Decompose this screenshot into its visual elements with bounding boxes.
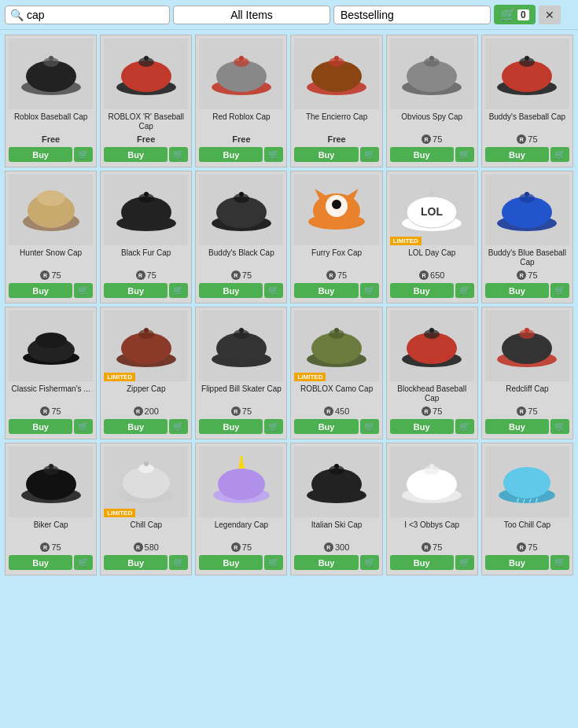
buy-button[interactable]: Buy <box>485 147 549 162</box>
buy-button[interactable]: Buy <box>390 283 454 298</box>
button-row: Buy🛒 <box>485 555 569 570</box>
add-to-cart-button[interactable]: 🛒 <box>264 147 283 162</box>
buy-button[interactable]: Buy <box>9 283 72 298</box>
robux-icon <box>517 134 526 144</box>
item-image <box>485 175 569 245</box>
price-free-label: Free <box>232 134 250 144</box>
buy-button[interactable]: Buy <box>294 419 358 434</box>
price-value: 200 <box>145 406 159 416</box>
add-to-cart-button[interactable]: 🛒 <box>550 283 569 298</box>
add-to-cart-button[interactable]: 🛒 <box>169 147 188 162</box>
buy-button[interactable]: Buy <box>199 419 263 434</box>
button-row: Buy🛒 <box>294 555 378 570</box>
item-name: Chill Cap <box>130 520 162 541</box>
item-name: Buddy's Black Cap <box>208 248 274 269</box>
svg-point-48 <box>525 192 529 197</box>
add-to-cart-button[interactable]: 🛒 <box>74 419 93 434</box>
buy-button[interactable]: Buy <box>390 555 454 570</box>
add-to-cart-button[interactable]: 🛒 <box>360 283 379 298</box>
add-to-cart-button[interactable]: 🛒 <box>74 147 93 162</box>
add-to-cart-button[interactable]: 🛒 <box>74 283 93 298</box>
close-button[interactable]: ✕ <box>539 6 561 24</box>
item-price: 200 <box>134 406 159 416</box>
item-image <box>294 447 378 517</box>
price-value: 75 <box>337 270 347 280</box>
buy-button[interactable]: Buy <box>390 147 454 162</box>
item-price: 75 <box>231 542 252 552</box>
add-to-cart-button[interactable]: 🛒 <box>169 283 188 298</box>
cart-button[interactable]: 🛒 0 <box>494 5 536 24</box>
item-image <box>9 175 93 245</box>
buy-button[interactable]: Buy <box>294 283 358 298</box>
buy-button[interactable]: Buy <box>199 283 263 298</box>
add-to-cart-button[interactable]: 🛒 <box>264 419 283 434</box>
buy-button[interactable]: Buy <box>104 283 168 298</box>
price-value: 300 <box>335 542 349 552</box>
limited-badge: LIMITED <box>104 509 135 517</box>
filter-dropdown[interactable]: All Items <box>173 6 330 24</box>
sort-dropdown[interactable]: Bestselling <box>333 6 491 24</box>
item-price: 450 <box>324 406 349 416</box>
item-card: Obvious Spy Cap75Buy🛒 <box>386 35 478 167</box>
search-input[interactable] <box>27 9 164 21</box>
item-card: Italian Ski Cap300Buy🛒 <box>290 443 382 575</box>
buy-button[interactable]: Buy <box>485 419 549 434</box>
add-to-cart-button[interactable]: 🛒 <box>550 555 569 570</box>
item-name: Redcliff Cap <box>506 384 548 405</box>
add-to-cart-button[interactable]: 🛒 <box>455 555 474 570</box>
item-card: Furry Fox Cap75Buy🛒 <box>290 171 382 303</box>
buy-button[interactable]: Buy <box>485 555 549 570</box>
add-to-cart-button[interactable]: 🛒 <box>264 555 283 570</box>
add-to-cart-button[interactable]: 🛒 <box>455 419 474 434</box>
buy-button[interactable]: Buy <box>104 555 168 570</box>
button-row: Buy🛒 <box>104 555 188 570</box>
item-name: Black Fur Cap <box>121 248 171 269</box>
item-card: ROBLOX 'R' Baseball CapFreeBuy🛒 <box>100 35 192 167</box>
item-image <box>199 175 283 245</box>
item-price: 75 <box>40 406 61 416</box>
add-to-cart-button[interactable]: 🛒 <box>550 419 569 434</box>
item-card: Legendary Cap75Buy🛒 <box>195 443 287 575</box>
buy-button[interactable]: Buy <box>294 555 358 570</box>
buy-button[interactable]: Buy <box>9 147 72 162</box>
item-price: 580 <box>134 542 159 552</box>
buy-button[interactable]: Buy <box>9 555 72 570</box>
buy-button[interactable]: Buy <box>485 283 549 298</box>
item-image <box>199 39 283 109</box>
add-to-cart-button[interactable]: 🛒 <box>169 419 188 434</box>
add-to-cart-button[interactable]: 🛒 <box>455 283 474 298</box>
item-name: Roblox Baseball Cap <box>14 112 87 133</box>
add-to-cart-button[interactable]: 🛒 <box>74 555 93 570</box>
button-row: Buy🛒 <box>199 555 283 570</box>
svg-point-44 <box>429 192 434 197</box>
price-free-label: Free <box>327 134 345 144</box>
button-row: Buy🛒 <box>485 147 569 162</box>
item-card: Buddy's Baseball Cap75Buy🛒 <box>481 35 573 167</box>
buy-button[interactable]: Buy <box>104 419 168 434</box>
buy-button[interactable]: Buy <box>104 147 168 162</box>
buy-button[interactable]: Buy <box>199 555 263 570</box>
item-image <box>390 447 474 517</box>
add-to-cart-button[interactable]: 🛒 <box>360 419 379 434</box>
buy-button[interactable]: Buy <box>199 147 263 162</box>
buy-button[interactable]: Buy <box>294 147 358 162</box>
add-to-cart-button[interactable]: 🛒 <box>360 555 379 570</box>
add-to-cart-button[interactable]: 🛒 <box>264 283 283 298</box>
item-card: The Encierro CapFreeBuy🛒 <box>290 35 382 167</box>
item-image: LIMITED <box>104 447 188 517</box>
price-value: 75 <box>528 542 537 552</box>
cart-icon: 🛒 <box>500 7 516 22</box>
add-to-cart-button[interactable]: 🛒 <box>169 555 188 570</box>
item-card: LIMITEDChill Cap580Buy🛒 <box>100 443 192 575</box>
svg-point-30 <box>144 192 149 197</box>
buy-button[interactable]: Buy <box>390 419 454 434</box>
add-to-cart-button[interactable]: 🛒 <box>360 147 379 162</box>
item-image <box>390 39 474 109</box>
buy-button[interactable]: Buy <box>9 419 72 434</box>
item-card: LOL LIMITEDLOL Day Cap650Buy🛒 <box>386 171 478 303</box>
item-card: Too Chill Cap75Buy🛒 <box>481 443 573 575</box>
add-to-cart-button[interactable]: 🛒 <box>550 147 569 162</box>
add-to-cart-button[interactable]: 🛒 <box>455 147 474 162</box>
item-name: Buddy's Baseball Cap <box>489 112 566 133</box>
button-row: Buy🛒 <box>390 147 474 162</box>
